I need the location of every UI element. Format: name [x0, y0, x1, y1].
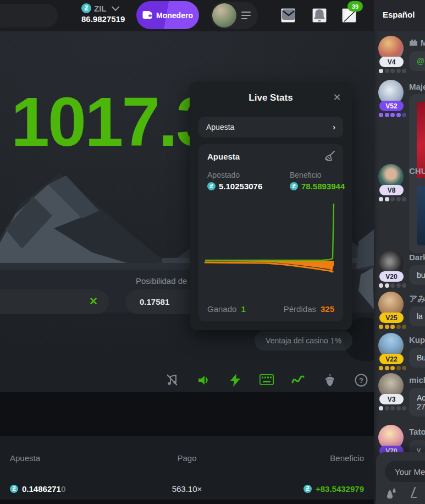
currency-code: ZIL [94, 4, 107, 13]
payout-input[interactable]: ✕ [0, 289, 109, 314]
seed-button[interactable] [323, 374, 337, 388]
vip-badge: V3 [379, 394, 404, 404]
svg-text:?: ? [359, 376, 363, 385]
medal-dots [379, 366, 406, 370]
wagered-label: Apostado [207, 171, 240, 179]
win-chance-value: 0.17581 [140, 297, 169, 306]
mail-button[interactable] [281, 8, 295, 23]
stats-card-title: Apuesta [207, 152, 240, 161]
medal-dots [379, 113, 406, 117]
menu-icon [241, 9, 251, 21]
username[interactable]: CHUZ [409, 166, 425, 176]
vip-badge: V4 [379, 57, 404, 67]
notifications-button[interactable] [312, 8, 327, 23]
win-chance-label: Posibilidad de [136, 276, 187, 286]
reset-stats-button[interactable] [322, 150, 336, 164]
slash-command-icon [407, 486, 420, 498]
wagered-value: 5.10253076 [219, 182, 262, 191]
live-stats-title: Live Stats [190, 92, 352, 103]
profile-menu[interactable] [211, 2, 258, 29]
stats-mode-selector[interactable]: Apuesta › [198, 117, 343, 138]
message-bubble[interactable]: Bu [409, 348, 425, 368]
rain-button[interactable] [385, 486, 398, 500]
message-bubble[interactable] [409, 178, 425, 253]
vip-badge: V25 [379, 313, 404, 323]
vip-badge: V22 [379, 354, 404, 364]
zil-coin-icon: Ƶ [303, 485, 312, 493]
zil-coin-icon: Ƶ [81, 3, 91, 13]
username[interactable]: mich [409, 375, 425, 385]
medal-dots [379, 69, 406, 73]
top-bar: Ƶ ZIL 86.9827519 Monedero [0, 0, 374, 31]
wallet-button[interactable]: Monedero [136, 1, 199, 29]
sound-icon [197, 374, 210, 387]
medal-dots [379, 197, 406, 201]
game-toolbar: ? [165, 368, 368, 393]
medal-dots [379, 406, 406, 410]
profit-label: Beneficio [290, 171, 322, 179]
username[interactable]: Dark [409, 253, 425, 262]
username[interactable]: アみユ [409, 294, 425, 304]
bell-icon [313, 9, 325, 22]
vip-badge: V52 [379, 101, 404, 111]
chat-sidebar: Español V4 Mi @ V52 Maje [374, 0, 425, 504]
wins-losses-row: Ganado1 Pérdidas325 [207, 304, 334, 314]
live-stats-button[interactable] [291, 374, 305, 388]
close-button[interactable]: ✕ [330, 90, 344, 105]
message-bubble[interactable]: bu [409, 265, 425, 285]
username[interactable]: Mi [409, 38, 425, 47]
avatar[interactable] [212, 3, 236, 28]
chevron-right-icon: › [333, 123, 335, 132]
music-off-icon [165, 374, 179, 387]
chat-room-selector[interactable]: Español [383, 10, 415, 19]
chat-message-input[interactable] [385, 461, 425, 482]
chat-image[interactable] [417, 186, 425, 245]
chat-header: Español [374, 0, 425, 31]
rain-drops-icon [385, 486, 398, 498]
live-stats-panel: Live Stats ✕ Apuesta › Apuesta Apostado … [190, 81, 352, 330]
wallet-balance: 86.9827519 [81, 14, 134, 24]
medal-dots [379, 283, 406, 288]
wins-count: 1 [241, 304, 245, 314]
message-bubble[interactable]: @ [409, 51, 425, 71]
search-bar[interactable] [0, 4, 58, 28]
user-flair-icon [409, 39, 418, 46]
medal-dots [379, 325, 406, 329]
message-bubble[interactable]: la t [409, 306, 425, 326]
house-edge-pill[interactable]: Ventaja del casino 1% [255, 331, 352, 350]
zil-coin-icon: Ƶ [207, 182, 216, 190]
turbo-button[interactable] [228, 374, 242, 388]
username[interactable]: Maje [409, 82, 425, 91]
acorn-icon [324, 374, 335, 387]
help-button[interactable]: ? [354, 374, 368, 388]
losses-count: 325 [321, 304, 334, 314]
divider [0, 500, 374, 504]
vip-badge: V8 [379, 185, 404, 195]
username[interactable]: Kupa [409, 335, 425, 344]
hotkeys-button[interactable] [260, 374, 274, 388]
zil-coin-icon: Ƶ [290, 182, 298, 190]
vip-badge: V20 [379, 271, 404, 282]
currency-selector[interactable]: Ƶ ZIL 86.9827519 [81, 3, 134, 28]
clear-input-button[interactable]: ✕ [88, 296, 99, 307]
payout-cell: 563.10× [128, 484, 246, 494]
wallet-icon [142, 11, 152, 19]
help-icon: ? [355, 374, 368, 387]
stats-card: Apuesta Apostado Ƶ 5.10253076 Beneficio … [198, 144, 343, 321]
multiplier-result: 1017.3 [11, 82, 213, 162]
bet-amount-cell: Ƶ 0.14862710 [10, 484, 128, 494]
chat-rules-button[interactable] [407, 486, 420, 500]
zil-coin-icon: Ƶ [10, 485, 18, 493]
sound-button[interactable] [196, 374, 211, 388]
notification-count-badge: 39 [347, 1, 363, 12]
bet-summary-panel: Apuesta Pago Beneficio Ƶ 0.14862710 563.… [0, 436, 374, 500]
message-bubble[interactable]: Ac 27 [409, 388, 425, 417]
column-header-payout: Pago [128, 453, 246, 463]
column-header-profit: Beneficio [246, 453, 364, 463]
column-header-bet: Apuesta [10, 453, 128, 463]
music-off-button[interactable] [165, 374, 179, 388]
losses-label: Pérdidas [284, 304, 316, 314]
username[interactable]: Tato_ [409, 427, 425, 436]
trend-wave-icon [291, 374, 305, 386]
chevron-down-icon [112, 3, 119, 11]
